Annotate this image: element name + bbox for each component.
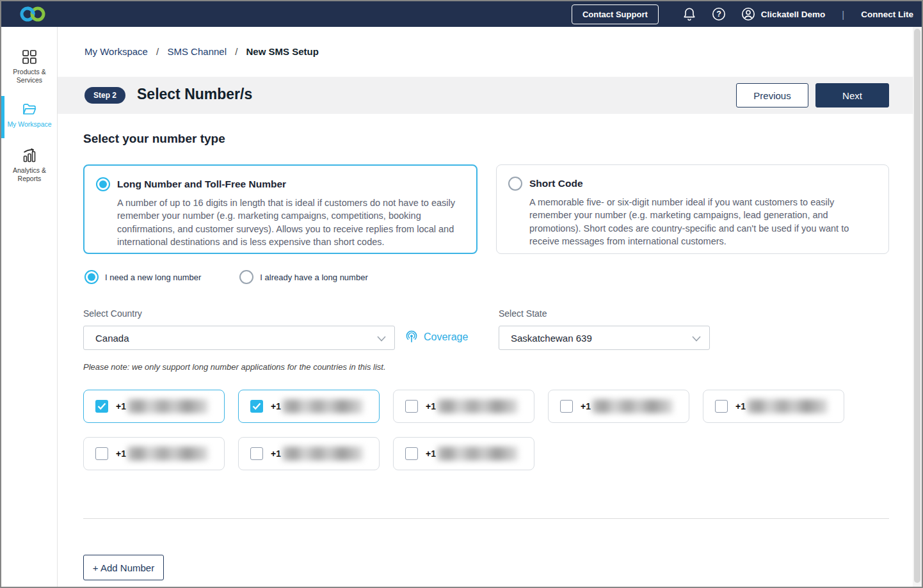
sidebar: Products & Services My Workspace Analyti… <box>1 27 58 587</box>
number-checkbox-unchecked[interactable] <box>405 400 418 413</box>
number-prefix: +1 <box>581 401 591 411</box>
sidebar-item-analytics-reports[interactable]: Analytics & Reports <box>1 147 58 183</box>
long-number-type-card[interactable]: Long Number and Toll-Free Number A numbe… <box>83 164 478 254</box>
sidebar-item-label: My Workspace <box>1 120 58 129</box>
short-code-type-card[interactable]: Short Code A memorable five- or six-digi… <box>496 164 889 254</box>
coverage-broadcast-icon <box>405 330 419 345</box>
section-title: Select your number type <box>83 132 225 146</box>
phone-number-card[interactable]: +1 <box>83 390 225 423</box>
select-state-label: Select State <box>499 308 547 319</box>
active-indicator <box>1 96 4 138</box>
breadcrumb: My Workspace / SMS Channel / New SMS Set… <box>84 46 319 57</box>
grid-icon <box>21 49 38 65</box>
redacted-phone-number <box>127 399 208 413</box>
long-number-radio[interactable] <box>96 177 110 191</box>
bell-icon[interactable] <box>682 6 697 22</box>
top-navigation-bar: Contact Support ? Clickatell Demo | Conn… <box>1 1 922 27</box>
number-checkbox-checked[interactable] <box>95 400 108 413</box>
breadcrumb-my-workspace[interactable]: My Workspace <box>84 46 148 57</box>
bar-chart-icon <box>21 147 38 164</box>
number-prefix: +1 <box>426 449 436 459</box>
help-icon[interactable]: ? <box>711 6 726 22</box>
number-prefix: +1 <box>116 449 126 459</box>
chevron-down-icon <box>691 334 702 343</box>
app-window: Contact Support ? Clickatell Demo | Conn… <box>0 0 923 588</box>
number-prefix: +1 <box>426 401 436 411</box>
header-divider: | <box>842 9 844 20</box>
user-menu[interactable]: Clickatell Demo <box>741 6 826 22</box>
number-checkbox-unchecked[interactable] <box>715 400 728 413</box>
phone-number-card[interactable]: +1 <box>238 437 380 470</box>
phone-number-card[interactable]: +1 <box>83 437 225 470</box>
option-label: I already have a long number <box>260 273 367 282</box>
sidebar-item-label: Products & Services <box>1 68 58 84</box>
phone-number-card[interactable]: +1 <box>393 390 534 423</box>
existing-long-number-radio[interactable] <box>239 270 253 284</box>
breadcrumb-separator: / <box>235 46 237 57</box>
step-badge: Step 2 <box>84 87 125 104</box>
country-value: Canada <box>95 333 129 344</box>
option-new-long-number[interactable]: I need a new long number <box>84 270 201 284</box>
redacted-phone-number <box>127 447 208 461</box>
step-header-strip: Step 2 Select Number/s Previous Next <box>58 77 922 114</box>
short-code-radio[interactable] <box>508 177 522 191</box>
phone-number-card[interactable]: +1 <box>703 390 844 423</box>
clickatell-logo-icon[interactable] <box>19 4 46 24</box>
section-divider <box>83 518 889 519</box>
vertical-scrollbar <box>913 27 922 587</box>
user-avatar-icon <box>741 6 756 22</box>
number-checkbox-unchecked[interactable] <box>405 447 418 460</box>
long-number-description: A number of up to 16 digits in length th… <box>117 196 466 248</box>
long-number-title: Long Number and Toll-Free Number <box>117 179 286 190</box>
redacted-phone-number <box>592 399 673 413</box>
short-code-title: Short Code <box>529 178 583 189</box>
phone-number-card[interactable]: +1 <box>238 390 380 423</box>
main-content: My Workspace / SMS Channel / New SMS Set… <box>58 27 922 587</box>
option-label: I need a new long number <box>105 273 201 282</box>
option-existing-long-number[interactable]: I already have a long number <box>239 270 367 284</box>
number-checkbox-unchecked[interactable] <box>95 447 108 460</box>
redacted-phone-number <box>747 399 828 413</box>
number-prefix: +1 <box>735 401 746 411</box>
state-value: Saskatchewan 639 <box>511 333 592 344</box>
add-number-button[interactable]: + Add Number <box>83 555 164 580</box>
redacted-phone-number <box>282 399 363 413</box>
user-name: Clickatell Demo <box>761 10 826 19</box>
folder-icon <box>21 101 38 118</box>
number-checkbox-checked[interactable] <box>250 400 263 413</box>
redacted-phone-number <box>437 399 518 413</box>
redacted-phone-number <box>437 447 518 461</box>
number-checkbox-unchecked[interactable] <box>560 400 573 413</box>
number-prefix: +1 <box>271 449 281 459</box>
page-title: Select Number/s <box>137 86 252 103</box>
breadcrumb-current-page: New SMS Setup <box>246 46 319 57</box>
country-dropdown[interactable]: Canada <box>83 326 395 350</box>
chevron-down-icon <box>376 334 387 343</box>
coverage-label: Coverage <box>424 331 468 343</box>
sidebar-item-products-services[interactable]: Products & Services <box>1 49 58 84</box>
number-prefix: +1 <box>271 401 281 411</box>
product-name: Connect Lite <box>861 10 913 19</box>
sidebar-item-label: Analytics & Reports <box>1 166 58 183</box>
new-long-number-radio[interactable] <box>84 270 99 284</box>
redacted-phone-number <box>282 447 363 461</box>
phone-number-card[interactable]: +1 <box>548 390 689 423</box>
short-code-description: A memorable five- or six-digit number id… <box>529 196 878 248</box>
breadcrumb-separator: / <box>156 46 159 57</box>
sidebar-item-my-workspace[interactable]: My Workspace <box>1 101 58 129</box>
next-button[interactable]: Next <box>815 83 889 107</box>
scrollbar-thumb[interactable] <box>914 29 920 583</box>
contact-support-button[interactable]: Contact Support <box>572 4 659 24</box>
phone-number-card[interactable]: +1 <box>393 437 534 470</box>
select-country-label: Select Country <box>83 308 142 319</box>
breadcrumb-sms-channel[interactable]: SMS Channel <box>167 46 227 57</box>
svg-text:?: ? <box>716 10 721 19</box>
previous-button[interactable]: Previous <box>736 83 808 107</box>
state-dropdown[interactable]: Saskatchewan 639 <box>499 326 710 350</box>
number-checkbox-unchecked[interactable] <box>250 447 263 460</box>
number-prefix: +1 <box>116 401 126 411</box>
long-number-options: I need a new long number I already have … <box>84 270 368 284</box>
coverage-link[interactable]: Coverage <box>405 330 468 345</box>
country-support-note: Please note: we only support long number… <box>83 362 386 372</box>
